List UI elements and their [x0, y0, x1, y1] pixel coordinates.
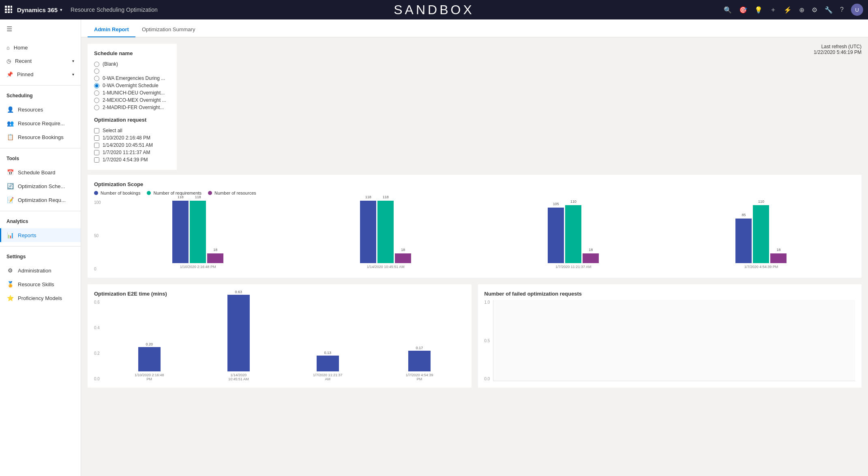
- schedule-radio-madrid[interactable]: [94, 105, 99, 110]
- sidebar-item-resource-requirements[interactable]: 👥 Resource Require...: [0, 116, 81, 130]
- sidebar-item-resource-skills[interactable]: 🏅 Resource Skills: [0, 277, 81, 291]
- schedule-option-mexico[interactable]: 2-MEXICO-MEX Overnight ...: [94, 96, 170, 104]
- scope-bars-4: 85 110 18: [735, 200, 787, 263]
- schedule-board-icon: 📅: [6, 169, 14, 176]
- scope-x-label-1: 1/10/2020 2:16:48 PM: [180, 265, 216, 269]
- sidebar-item-proficiency-models[interactable]: ⭐ Proficiency Models: [0, 291, 81, 305]
- last-refresh: Last refresh (UTC) 1/22/2020 5:46:19 PM: [814, 44, 862, 55]
- request-checkbox-select-all[interactable]: [94, 128, 99, 133]
- scope-bar-res-3: 18: [583, 253, 599, 263]
- legend-dot-requirements: [147, 191, 151, 195]
- request-option-select-all[interactable]: Select all: [94, 127, 170, 134]
- grid-icon[interactable]: [5, 6, 12, 14]
- sidebar-item-resource-skills-label: Resource Skills: [18, 281, 54, 287]
- app-chevron-icon[interactable]: ▾: [60, 7, 62, 13]
- sidebar-top-section: ⌂ Home ◷ Recent ▾ 📌 Pinned ▾: [0, 39, 81, 84]
- page-title: Resource Scheduling Optimization: [71, 6, 158, 13]
- sidebar-item-optimization-req[interactable]: 📝 Optimization Requ...: [0, 193, 81, 207]
- sidebar-item-resource-bookings-label: Resource Bookings: [18, 134, 64, 140]
- sidebar-item-opt-schedule-label: Optimization Sche...: [18, 183, 65, 189]
- bar-label-res-2: 18: [401, 248, 405, 252]
- request-option-4[interactable]: 1/7/2020 4:54:39 PM: [94, 156, 170, 163]
- y-axis-scope: 100 50 0: [94, 200, 101, 271]
- scope-bar-bookings-2: 118: [360, 201, 376, 263]
- bar-label-bookings-4: 85: [742, 213, 746, 217]
- schedule-option-overnight[interactable]: 0-WA Overnight Schedule: [94, 82, 170, 89]
- help-icon[interactable]: ?: [840, 6, 844, 13]
- request-checkbox-3[interactable]: [94, 150, 99, 155]
- zoom-icon[interactable]: ⊕: [799, 6, 804, 14]
- sidebar-item-optimization-schedule[interactable]: 🔄 Optimization Sche...: [0, 179, 81, 193]
- request-option-2[interactable]: 1/14/2020 10:45:51 AM: [94, 142, 170, 149]
- svg-rect-3: [5, 9, 7, 11]
- sidebar-hamburger[interactable]: ☰: [0, 19, 81, 39]
- sidebar-item-resource-bookings[interactable]: 📋 Resource Bookings: [0, 130, 81, 144]
- schedule-radio-overnight[interactable]: [94, 83, 99, 88]
- target-icon[interactable]: 🎯: [739, 6, 747, 14]
- plus-icon[interactable]: ＋: [770, 6, 776, 14]
- schedule-option-emergencies[interactable]: 0-WA Emergencies During ...: [94, 75, 170, 82]
- schedule-option-blank[interactable]: (Blank): [94, 60, 170, 68]
- request-option-3[interactable]: 1/7/2020 11:21:37 AM: [94, 149, 170, 156]
- legend-resources: Number of resources: [208, 191, 256, 195]
- failed-y-axis: 1.0 0.5 0.0: [484, 300, 490, 381]
- svg-rect-1: [8, 6, 10, 8]
- request-label-1: 1/10/2020 2:16:48 PM: [103, 135, 150, 141]
- sidebar-item-pinned[interactable]: 📌 Pinned ▾: [0, 68, 81, 81]
- sidebar-item-schedule-board[interactable]: 📅 Schedule Board: [0, 165, 81, 179]
- svg-rect-4: [8, 9, 10, 11]
- schedule-radio-mexico[interactable]: [94, 98, 99, 103]
- y-label-100: 100: [94, 200, 101, 205]
- settings-cog-icon[interactable]: ⚙: [812, 6, 817, 14]
- bar-label-bookings-3: 105: [553, 202, 559, 206]
- scope-bars-2: 118 118 18: [360, 200, 411, 263]
- schedule-option-madrid[interactable]: 2-MADRID-FER Overnight...: [94, 104, 170, 111]
- failed-y-10: 1.0: [484, 300, 490, 304]
- legend-dot-bookings: [94, 191, 98, 195]
- schedule-radio-emergencies[interactable]: [94, 76, 99, 81]
- e2e-bars: 0.20 1/10/2020 2:16:48PM 0.63 1/14/20201…: [103, 300, 465, 381]
- request-option-1[interactable]: 1/10/2020 2:16:48 PM: [94, 134, 170, 142]
- schedule-option-2[interactable]: [94, 68, 170, 75]
- avatar[interactable]: U: [851, 4, 863, 16]
- tools-group-label: Tools: [0, 150, 81, 163]
- gear-icon[interactable]: 🔧: [825, 6, 833, 14]
- resource-skills-icon: 🏅: [6, 281, 14, 287]
- scope-bar-res-1: 18: [207, 253, 223, 263]
- sidebar-item-recent[interactable]: ◷ Recent ▾: [0, 54, 81, 68]
- app-name[interactable]: Dynamics 365: [17, 6, 58, 13]
- filter-icon[interactable]: ⚡: [784, 6, 792, 14]
- sidebar-item-resources[interactable]: 👤 Resources: [0, 103, 81, 116]
- tab-admin-report[interactable]: Admin Report: [88, 22, 135, 37]
- tools-section: 📅 Schedule Board 🔄 Optimization Sche... …: [0, 163, 81, 209]
- sidebar-item-administration[interactable]: ⚙ Administration: [0, 264, 81, 277]
- sidebar-item-reports[interactable]: 📊 Reports: [0, 228, 81, 242]
- bar-fill-res-2: [395, 253, 411, 263]
- schedule-option-munich[interactable]: 1-MUNICH-DEU Overnight...: [94, 89, 170, 96]
- sidebar-item-home[interactable]: ⌂ Home: [0, 41, 81, 54]
- e2e-chart: Optimization E2E time (mins) 0.6 0.4 0.2…: [88, 284, 472, 388]
- schedule-radio-blank[interactable]: [94, 62, 99, 67]
- schedule-radio-munich[interactable]: [94, 90, 99, 96]
- sidebar-item-pinned-label: Pinned: [17, 71, 33, 77]
- resources-icon: 👤: [6, 106, 14, 113]
- schedule-radio-2[interactable]: [94, 69, 99, 74]
- pinned-icon: 📌: [6, 71, 13, 77]
- scope-bar-bookings-1: 118: [172, 201, 189, 263]
- request-checkbox-1[interactable]: [94, 135, 99, 141]
- request-checkbox-4[interactable]: [94, 157, 99, 163]
- scope-chart-body: 100 50 0 118: [94, 200, 855, 271]
- scope-bar-req-4: 110: [753, 205, 769, 263]
- search-icon[interactable]: 🔍: [724, 6, 732, 14]
- bar-fill-bookings-1: [172, 201, 189, 263]
- tab-optimization-summary[interactable]: Optimization Summary: [135, 22, 201, 37]
- lightbulb-icon[interactable]: 💡: [754, 6, 763, 14]
- y-label-0: 0: [94, 267, 101, 271]
- e2e-x-label-2: 1/14/202010:45:51 AM: [228, 373, 249, 381]
- request-checkbox-2[interactable]: [94, 143, 99, 148]
- failed-chart-title: Number of failed optimization requests: [484, 291, 855, 297]
- bar-label-req-2: 118: [383, 195, 389, 199]
- svg-rect-5: [11, 9, 12, 11]
- sidebar-item-administration-label: Administration: [18, 268, 51, 274]
- bar-label-res-4: 18: [776, 248, 780, 252]
